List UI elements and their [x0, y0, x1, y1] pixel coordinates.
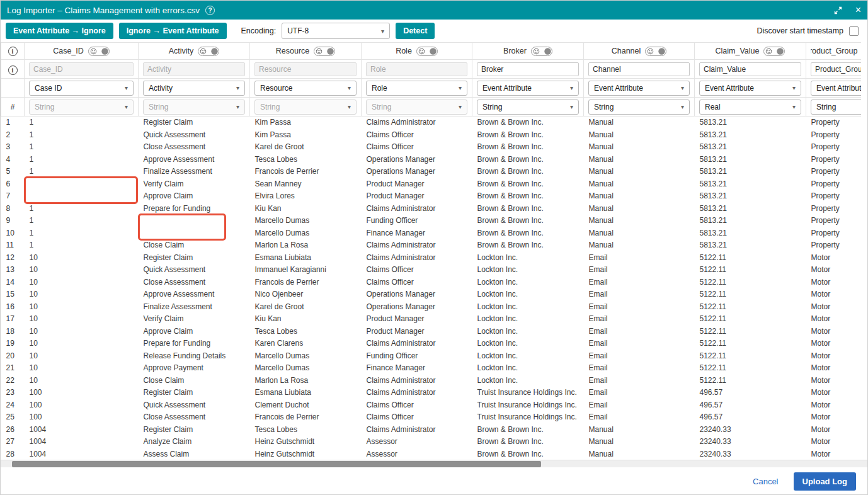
table-cell: Email: [584, 326, 695, 338]
encoding-label: Encoding:: [241, 26, 277, 35]
datatype-select[interactable]: String▾: [588, 100, 690, 115]
table-cell: Manual: [584, 436, 695, 448]
table-cell: Quick Assessment: [139, 264, 250, 276]
table-row: 1310Quick AssessmentImmanuel KaragianniC…: [1, 264, 862, 276]
table-cell: Product Manager: [362, 190, 472, 203]
column-name: Role: [396, 47, 412, 55]
table-cell: Truist Insurance Holdings Inc.: [472, 411, 584, 424]
table-row: 6Verify ClaimSean ManneyProduct ManagerB…: [1, 178, 862, 191]
datatype-select[interactable]: String▾: [29, 100, 134, 115]
mapping-select[interactable]: Event Attribute▾: [477, 81, 579, 96]
table-cell: 5813.21: [695, 190, 806, 203]
datatype-select[interactable]: String▾: [477, 100, 579, 115]
table-row: 1610Finalize AssessmentKarel de GrootOpe…: [1, 301, 862, 314]
table-cell: 100: [25, 399, 139, 412]
row-number: 15: [1, 288, 25, 301]
table-cell: Brown & Brown Inc.: [472, 190, 584, 203]
table-cell: Brown & Brown Inc.: [472, 436, 584, 448]
field-name-input[interactable]: [588, 62, 690, 76]
mapping-select[interactable]: Event Attribute▾: [699, 81, 801, 96]
row-number: 26: [1, 424, 25, 436]
table-cell: Truist Insurance Holdings Inc.: [472, 399, 584, 412]
mapping-select[interactable]: Event Attribute▾: [811, 81, 861, 96]
datatype-select[interactable]: String▾: [143, 100, 245, 115]
table-cell: Property: [806, 239, 862, 252]
discover-start-timestamp-checkbox[interactable]: [849, 26, 859, 36]
chevron-down-icon: ▾: [459, 103, 462, 110]
mapping-select[interactable]: Event Attribute▾: [588, 81, 690, 96]
table-cell: 1004: [25, 448, 139, 460]
event-attribute-to-ignore-button[interactable]: Event Attribute → Ignore: [6, 23, 113, 39]
field-name-input[interactable]: [477, 62, 579, 76]
field-name-input[interactable]: [254, 62, 357, 76]
anonymize-toggle-icon[interactable]: [645, 47, 666, 56]
datatype-select[interactable]: String▾: [811, 100, 861, 115]
table-cell: 5122.11: [695, 362, 806, 375]
chevron-down-icon: ▾: [125, 84, 128, 91]
anonymize-toggle-icon[interactable]: [88, 47, 110, 56]
mapping-select[interactable]: Resource▾: [254, 81, 357, 96]
anonymize-toggle-icon[interactable]: [416, 47, 438, 56]
table-cell: Manual: [584, 239, 695, 252]
table-cell: Motor: [806, 338, 862, 350]
mapping-select[interactable]: Role▾: [366, 81, 467, 96]
close-icon[interactable]: ×: [855, 5, 861, 15]
row-number: 28: [1, 448, 25, 460]
scrollbar-thumb[interactable]: [12, 461, 541, 467]
table-cell: Email: [584, 301, 695, 314]
table-cell: Brown & Brown Inc.: [472, 117, 584, 129]
field-name-input[interactable]: [811, 62, 861, 76]
table-cell: Kim Passa: [250, 117, 362, 129]
anonymize-toggle-icon[interactable]: [763, 47, 785, 56]
column-header: Claim_Value: [695, 43, 806, 60]
detect-button[interactable]: Detect: [396, 23, 435, 39]
table-cell: Sean Manney: [250, 178, 362, 191]
anonymize-toggle-icon[interactable]: [531, 47, 552, 56]
datatype-select[interactable]: Real▾: [699, 100, 801, 115]
horizontal-scrollbar[interactable]: [1, 460, 868, 467]
anonymize-toggle-icon[interactable]: [198, 47, 219, 56]
field-name-input[interactable]: [143, 62, 245, 76]
table-cell: Operations Manager: [362, 166, 472, 178]
table-cell: 23240.33: [695, 436, 806, 448]
cancel-button[interactable]: Cancel: [753, 477, 778, 486]
table-cell: Motor: [806, 288, 862, 301]
mapping-select[interactable]: Case ID▾: [29, 81, 134, 96]
table-cell: Kiu Kan: [250, 203, 362, 215]
datatype-select[interactable]: String▾: [254, 100, 357, 115]
table-cell: Lockton Inc.: [472, 375, 584, 387]
table-cell: 10: [25, 301, 139, 314]
datatype-select[interactable]: String▾: [366, 100, 467, 115]
field-name-input[interactable]: [29, 62, 134, 76]
anonymize-toggle-icon[interactable]: [314, 47, 335, 56]
row-number: 10: [1, 227, 25, 240]
table-cell: Kiu Kan: [250, 313, 362, 326]
table-row: 1510Approve AssessmentNico OjenbeerOpera…: [1, 288, 862, 301]
field-name-input[interactable]: [699, 62, 801, 76]
encoding-select[interactable]: UTF-8 ▾: [282, 23, 390, 39]
upload-log-button[interactable]: Upload Log: [794, 472, 857, 491]
table-cell: 10: [25, 362, 139, 375]
table-cell: 5813.21: [695, 215, 806, 227]
table-cell: Karel de Groot: [250, 301, 362, 314]
table-cell: Property: [806, 215, 862, 227]
table-cell: 5122.11: [695, 326, 806, 338]
column-name: Claim_Value: [716, 47, 760, 55]
table-cell: 10: [25, 313, 139, 326]
table-cell: 5813.21: [695, 203, 806, 215]
table-cell: Manual: [584, 203, 695, 215]
table-cell: Manual: [584, 154, 695, 166]
field-name-input[interactable]: [366, 62, 467, 76]
table-cell: Email: [584, 350, 695, 363]
mapping-select[interactable]: Activity▾: [143, 81, 245, 96]
chevron-down-icon: ▾: [570, 84, 573, 91]
maximize-icon[interactable]: [834, 6, 842, 14]
help-icon[interactable]: ?: [205, 6, 215, 15]
table-cell: 5122.11: [695, 350, 806, 363]
chevron-down-icon: ▾: [348, 103, 351, 110]
table-cell: Property: [806, 203, 862, 215]
ignore-to-event-attribute-button[interactable]: Ignore → Event Attribute: [119, 23, 227, 39]
table-cell: Verify Claim: [139, 313, 250, 326]
column-header: Case_ID: [25, 43, 139, 60]
table-row: 2210Close ClaimMarlon La RosaClaims Admi…: [1, 375, 862, 387]
